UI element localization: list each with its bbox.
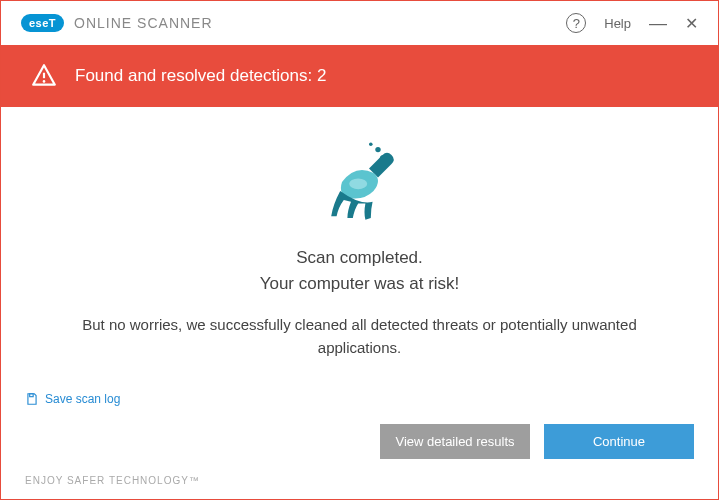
brush-illustration: [41, 137, 678, 227]
header-left: eseT ONLINE SCANNER: [21, 14, 213, 32]
view-results-button[interactable]: View detailed results: [380, 424, 530, 459]
status-banner: Found and resolved detections: 2: [1, 45, 718, 107]
minimize-button[interactable]: —: [649, 14, 667, 32]
continue-button[interactable]: Continue: [544, 424, 694, 459]
svg-rect-6: [30, 394, 34, 397]
help-link[interactable]: Help: [604, 16, 631, 31]
bottom-bar: Save scan log View detailed results Cont…: [0, 392, 719, 500]
subtext: But no worries, we successfully cleaned …: [41, 314, 678, 359]
headline: Scan completed. Your computer was at ris…: [41, 245, 678, 296]
close-button[interactable]: ✕: [685, 14, 698, 33]
warning-icon: [31, 63, 57, 89]
title-bar: eseT ONLINE SCANNER ? Help — ✕: [1, 1, 718, 45]
headline-line2: Your computer was at risk!: [41, 271, 678, 297]
main-content: Scan completed. Your computer was at ris…: [1, 107, 718, 359]
save-icon: [25, 392, 39, 406]
help-icon[interactable]: ?: [566, 13, 586, 33]
save-log-label: Save scan log: [45, 392, 120, 406]
save-log-link[interactable]: Save scan log: [25, 392, 694, 406]
button-row: View detailed results Continue: [25, 424, 694, 459]
headline-line1: Scan completed.: [41, 245, 678, 271]
svg-point-2: [369, 142, 373, 146]
footer-tagline: ENJOY SAFER TECHNOLOGY™: [25, 475, 694, 486]
header-right: ? Help — ✕: [566, 13, 698, 33]
svg-point-5: [349, 178, 367, 189]
svg-point-1: [43, 80, 46, 83]
brand-logo: eseT: [21, 14, 64, 32]
banner-message: Found and resolved detections: 2: [75, 66, 326, 86]
app-title: ONLINE SCANNER: [74, 15, 212, 31]
svg-point-3: [375, 147, 380, 152]
brush-icon: [315, 137, 405, 227]
